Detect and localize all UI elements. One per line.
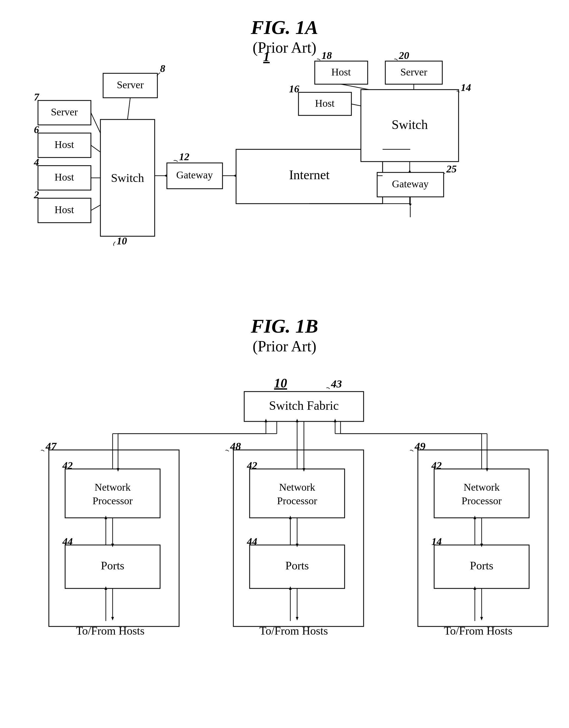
svg-rect-68 (233, 450, 363, 626)
svg-rect-49 (377, 172, 444, 197)
svg-marker-112 (296, 617, 298, 620)
svg-marker-86 (265, 419, 267, 422)
svg-line-19 (91, 113, 100, 133)
fig1b-subtitle: (Prior Art) (22, 338, 547, 355)
svg-rect-96 (250, 469, 344, 518)
svg-marker-136 (480, 617, 483, 620)
svg-text:42: 42 (431, 460, 442, 471)
fig1a-subtitle: (Prior Art) (22, 39, 547, 56)
svg-marker-59 (409, 204, 412, 206)
svg-text:Host: Host (55, 204, 74, 215)
svg-rect-76 (65, 545, 160, 588)
svg-rect-100 (250, 545, 344, 588)
svg-text:25: 25 (446, 163, 457, 175)
svg-text:Switch Fabric: Switch Fabric (269, 399, 339, 412)
svg-text:Switch: Switch (111, 171, 144, 185)
svg-text:43: 43 (331, 378, 342, 390)
svg-text:44: 44 (62, 536, 73, 547)
svg-rect-116 (434, 469, 529, 518)
svg-marker-126 (473, 516, 476, 519)
svg-text:8: 8 (160, 63, 165, 74)
page: FIG. 1A (Prior Art) 1 Server 8 Server 7 … (0, 0, 569, 728)
svg-text:Switch: Switch (391, 117, 428, 132)
svg-text:Ports: Ports (285, 559, 309, 572)
svg-text:Processor: Processor (277, 495, 317, 506)
svg-text:To/From Hosts: To/From Hosts (260, 625, 328, 637)
svg-line-46 (341, 84, 369, 90)
svg-text:44: 44 (247, 536, 257, 547)
svg-marker-90 (117, 468, 119, 472)
svg-marker-95 (105, 586, 107, 590)
svg-line-20 (91, 145, 100, 152)
svg-text:Gateway: Gateway (392, 178, 428, 190)
svg-rect-64 (244, 392, 363, 421)
svg-rect-1 (103, 73, 157, 98)
svg-rect-16 (100, 119, 155, 236)
svg-marker-139 (473, 586, 476, 590)
svg-text:Ports: Ports (101, 559, 124, 572)
fig1a-section: FIG. 1A (Prior Art) 1 Server 8 Server 7 … (22, 16, 547, 337)
svg-text:To/From Hosts: To/From Hosts (444, 625, 513, 637)
svg-text:To/From Hosts: To/From Hosts (76, 625, 145, 637)
svg-line-48 (351, 104, 361, 106)
svg-rect-29 (236, 149, 382, 204)
svg-text:Host: Host (331, 66, 351, 78)
svg-text:Processor: Processor (461, 495, 502, 506)
svg-marker-28 (164, 174, 167, 177)
svg-text:7: 7 (34, 91, 40, 103)
svg-marker-80 (111, 544, 114, 547)
fig1a-title: FIG. 1A (22, 16, 547, 39)
svg-marker-33 (233, 174, 236, 177)
svg-text:10: 10 (117, 235, 127, 247)
svg-rect-13 (38, 198, 91, 223)
fig1b-svg: 10 43 Switch Fabric 47 48 49 Network (22, 366, 569, 728)
svg-rect-72 (65, 469, 160, 518)
svg-text:Ports: Ports (470, 559, 493, 572)
svg-marker-130 (334, 419, 336, 422)
svg-marker-110 (302, 468, 305, 472)
svg-rect-120 (434, 545, 529, 588)
svg-marker-53 (408, 170, 411, 172)
svg-rect-34 (315, 61, 368, 84)
svg-text:Network: Network (279, 481, 315, 493)
svg-text:Server: Server (117, 79, 144, 90)
fig1a-svg: 1 Server 8 Server 7 Host 6 Host 4 (22, 16, 569, 315)
svg-text:Processor: Processor (93, 495, 133, 506)
svg-text:14: 14 (461, 82, 471, 93)
svg-text:Internet: Internet (289, 168, 330, 182)
svg-line-22 (91, 205, 100, 210)
svg-text:Network: Network (464, 481, 500, 493)
svg-text:10: 10 (274, 376, 287, 390)
svg-text:Gateway: Gateway (176, 169, 213, 181)
svg-text:42: 42 (247, 460, 257, 471)
svg-text:2: 2 (34, 189, 39, 200)
svg-rect-66 (49, 450, 179, 626)
svg-marker-82 (105, 516, 107, 519)
svg-rect-70 (418, 450, 548, 626)
svg-marker-92 (111, 617, 114, 620)
svg-rect-7 (38, 133, 91, 157)
svg-text:4: 4 (34, 156, 39, 168)
svg-rect-40 (298, 92, 351, 115)
svg-text:16: 16 (289, 83, 299, 94)
fig1b-section: FIG. 1B (Prior Art) 10 43 Switch Fabric … (22, 315, 547, 695)
svg-rect-10 (38, 166, 91, 190)
svg-rect-37 (385, 61, 442, 84)
svg-marker-124 (480, 544, 483, 547)
svg-marker-115 (289, 586, 292, 590)
svg-marker-134 (486, 468, 488, 472)
svg-text:30: 30 (385, 140, 396, 152)
svg-text:Host: Host (315, 97, 334, 109)
svg-text:14: 14 (431, 536, 442, 547)
svg-text:6: 6 (34, 124, 39, 135)
fig1b-title: FIG. 1B (22, 315, 547, 338)
svg-marker-104 (296, 544, 298, 547)
svg-rect-24 (167, 163, 223, 189)
svg-rect-4 (38, 100, 91, 125)
svg-text:42: 42 (62, 460, 73, 471)
svg-text:Server: Server (51, 106, 78, 118)
svg-text:49: 49 (414, 440, 425, 452)
svg-text:Host: Host (55, 171, 74, 183)
svg-marker-108 (296, 419, 298, 422)
svg-text:Network: Network (95, 481, 131, 493)
